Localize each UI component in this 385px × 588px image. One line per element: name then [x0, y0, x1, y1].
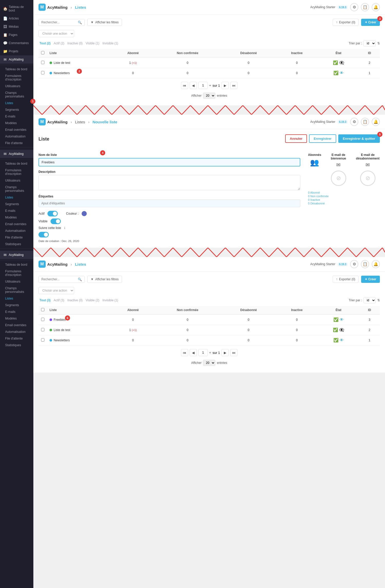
sidebar-sub3-statistiques[interactable]: Statistiques	[0, 342, 33, 348]
sidebar-sub-overrides[interactable]: Email overrides	[0, 126, 33, 133]
list-name-text-lt[interactable]: Liste de test	[54, 328, 70, 332]
create-btn-3[interactable]: ✦ Créer	[361, 276, 380, 283]
sidebar-sub2-modeles[interactable]: Modèles	[0, 214, 33, 221]
sidebar-sub2-champs[interactable]: Champs personnalisés	[0, 184, 33, 194]
select-all-3[interactable]	[41, 308, 44, 311]
sidebar-item-articles[interactable]: 📄 Articles	[0, 14, 33, 23]
sidebar-sub2-listes[interactable]: Listes	[0, 194, 33, 201]
sidebar-sub3-automatisation[interactable]: Automatisation	[0, 328, 33, 335]
list-name-text-1[interactable]: Liste de test	[54, 61, 70, 65]
action-select-3[interactable]: Choisir une action	[38, 287, 74, 294]
sidebar-sub2-statistiques[interactable]: Statistiques	[0, 241, 33, 247]
sidebar-item-pages[interactable]: 📋 Pages	[0, 31, 33, 39]
sidebar-sub-segments[interactable]: Segments	[0, 106, 33, 113]
page-prev-3[interactable]: ◀	[190, 349, 197, 356]
desc-textarea[interactable]	[38, 175, 300, 190]
create-btn-1[interactable]: ✦ Créer 3	[361, 19, 380, 26]
sidebar-sub2-emails[interactable]: E-mails	[0, 207, 33, 214]
unsub-circle[interactable]: ⊘	[360, 171, 376, 186]
page-prev-1[interactable]: ◀	[190, 82, 197, 89]
page-first-1[interactable]: ⏮	[181, 82, 188, 89]
docs-btn-3[interactable]: 📋	[361, 260, 369, 268]
sidebar-sub-listes[interactable]: Listes 1	[0, 100, 33, 106]
tab-tout-1[interactable]: Tout (2)	[38, 41, 52, 46]
tab-inactive-3[interactable]: Inactive (0)	[66, 298, 83, 303]
page-first-3[interactable]: ⏮	[181, 349, 188, 356]
list-name-text-2[interactable]: Newsletters 2	[54, 71, 70, 75]
sidebar-sub3-listes[interactable]: Listes	[0, 295, 33, 302]
sidebar-sub-utilisateurs[interactable]: Utilisateurs	[0, 83, 33, 89]
search-box-3[interactable]: 🔍	[38, 276, 85, 283]
page-input-1[interactable]	[198, 82, 208, 89]
show-select-1[interactable]: 20	[203, 93, 215, 99]
sidebar-item-acymailing-2[interactable]: ✉ AcyMailing	[0, 150, 33, 158]
page-next-3[interactable]: ▶	[222, 349, 229, 356]
sidebar-sub2-segments[interactable]: Segments	[0, 201, 33, 207]
bell-btn-1[interactable]: 🔔	[372, 3, 380, 11]
search-box-1[interactable]: 🔍	[38, 19, 85, 26]
sidebar-sub3-champs[interactable]: Champs personnalisés	[0, 285, 33, 295]
row-check-lt[interactable]	[41, 328, 44, 331]
sidebar-sub3-emails[interactable]: E-mails	[0, 308, 33, 315]
settings-btn-3[interactable]: ⚙	[350, 260, 358, 268]
sidebar-sub2-utilisateurs[interactable]: Utilisateurs	[0, 177, 33, 184]
sidebar-sub3-overrides[interactable]: Email overrides	[0, 322, 33, 328]
sidebar-sub-modeles[interactable]: Modèles	[0, 120, 33, 126]
sidebar-item-acymailing[interactable]: ✉ AcyMailing	[0, 55, 33, 64]
sidebar-sub3-utilisateurs[interactable]: Utilisateurs	[0, 278, 33, 285]
page-input-3[interactable]	[198, 349, 208, 356]
name-input[interactable]	[38, 158, 300, 166]
bell-btn-3[interactable]: 🔔	[372, 260, 380, 268]
save-button[interactable]: Enregistrer	[309, 134, 336, 143]
sidebar-sub2-formulaires[interactable]: Formulaires d'inscription	[0, 167, 33, 177]
sidebar-sub2-overrides[interactable]: Email overrides	[0, 221, 33, 227]
show-select-3[interactable]: 20	[203, 360, 215, 366]
settings-btn-2[interactable]: ⚙	[350, 118, 358, 126]
sidebar-sub3-tableau[interactable]: Tableau de bord	[0, 261, 33, 268]
sidebar-item-projets[interactable]: 📁 Projets	[0, 47, 33, 55]
sidebar-item-tableau-de-bord[interactable]: 🏠 Tableau de bord	[0, 3, 33, 14]
tab-actif-3[interactable]: Actif (3)	[53, 298, 65, 303]
search-input-3[interactable]	[41, 277, 76, 281]
filter-btn-3[interactable]: ▼ Afficher les filtres	[87, 276, 122, 283]
sidebar-sub-emails[interactable]: E-mails	[0, 113, 33, 120]
color-picker[interactable]	[82, 211, 87, 216]
tags-input[interactable]	[38, 200, 300, 207]
sidebar-sub-tableau[interactable]: Tableau de bord	[0, 66, 33, 73]
sidebar-item-acymailing-3[interactable]: ✉ AcyMailing	[0, 251, 33, 259]
follow-toggle[interactable]	[38, 232, 49, 237]
sort-select-3[interactable]: id	[363, 297, 376, 303]
page-last-1[interactable]: ⏭	[230, 82, 237, 89]
sort-icon-3[interactable]: ⇅	[377, 298, 380, 302]
action-select-1[interactable]: Choisir une action	[38, 30, 74, 37]
sidebar-sub3-segments[interactable]: Segments	[0, 302, 33, 308]
sidebar-item-medias[interactable]: 🖼 Médias	[0, 23, 33, 31]
sidebar-sub3-file[interactable]: File d'attente	[0, 335, 33, 342]
row-check-nl[interactable]	[41, 338, 44, 342]
save-quit-button[interactable]: Enregistrer & quitter 5	[338, 134, 380, 143]
settings-btn-1[interactable]: ⚙	[350, 3, 358, 11]
list-name-text-freebies[interactable]: Freebies 6	[54, 318, 66, 322]
active-toggle[interactable]	[47, 211, 58, 216]
visible-toggle[interactable]	[51, 218, 61, 224]
tab-visible-1[interactable]: Visible (1)	[85, 41, 100, 46]
sidebar-sub2-tableau[interactable]: Tableau de bord	[0, 160, 33, 167]
docs-btn-1[interactable]: 📋	[361, 3, 369, 11]
sidebar-sub-file[interactable]: File d'attente	[0, 140, 33, 146]
row-check-1[interactable]	[41, 61, 44, 64]
cancel-button[interactable]: Annuler	[285, 134, 307, 143]
sort-select-1[interactable]: id	[363, 40, 376, 46]
tab-visible-3[interactable]: Visible (2)	[85, 298, 100, 303]
tab-invisible-3[interactable]: Invisible (1)	[101, 298, 119, 303]
tab-tout-3[interactable]: Tout (3)	[38, 298, 52, 303]
list-name-text-nl[interactable]: Newsletters	[54, 338, 70, 342]
page-next-1[interactable]: ▶	[222, 82, 229, 89]
sidebar-sub-formulaires[interactable]: Formulaires d'inscription	[0, 73, 33, 83]
sidebar-sub2-automatisation[interactable]: Automatisation	[0, 227, 33, 234]
docs-btn-2[interactable]: 📋	[361, 118, 369, 126]
bell-btn-2[interactable]: 🔔	[372, 118, 380, 126]
sort-icon-1[interactable]: ⇅	[377, 42, 380, 45]
tab-actif-1[interactable]: Actif (2)	[53, 41, 65, 46]
sidebar-sub3-modeles[interactable]: Modèles	[0, 315, 33, 322]
page-last-3[interactable]: ⏭	[230, 349, 237, 356]
